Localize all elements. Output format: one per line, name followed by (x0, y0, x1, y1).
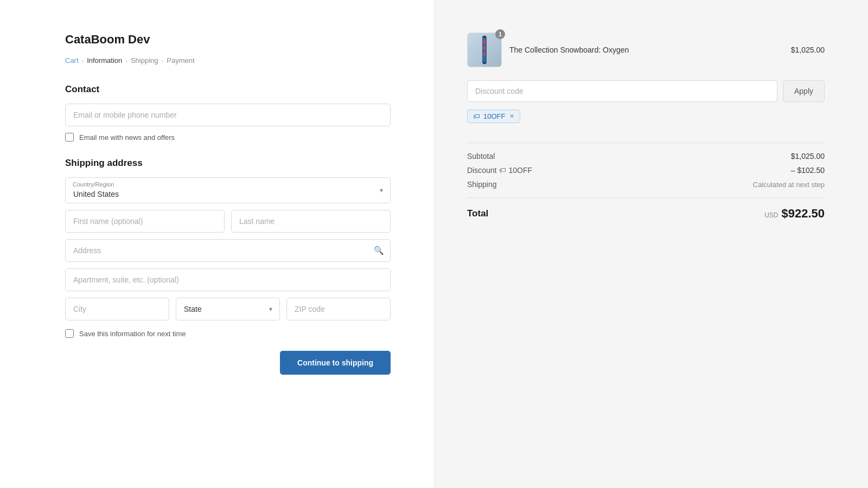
total-label: Total (467, 208, 488, 219)
address-input[interactable] (65, 239, 391, 262)
discount-summary-label: Discount 🏷 10OFF (467, 166, 532, 175)
product-price: $1,025.00 (791, 46, 825, 54)
breadcrumb-cart[interactable]: Cart (65, 56, 79, 65)
svg-rect-2 (483, 40, 486, 43)
svg-rect-4 (483, 52, 486, 56)
city-group (65, 298, 169, 320)
country-select[interactable]: United States (65, 177, 391, 203)
product-name: The Collection Snowboard: Oxygen (509, 46, 629, 54)
breadcrumb-sep-2: › (125, 57, 127, 64)
state-group: State ▾ (176, 298, 280, 320)
total-currency: USD (764, 211, 778, 219)
product-thumbnail-svg (474, 35, 495, 65)
breadcrumb-payment: Payment (167, 56, 194, 65)
discount-summary-row: Discount 🏷 10OFF – $102.50 (467, 166, 825, 175)
subtotal-label: Subtotal (467, 152, 495, 160)
svg-rect-3 (483, 46, 486, 50)
zip-input[interactable] (286, 298, 391, 320)
state-select[interactable]: State (176, 298, 280, 320)
total-value-group: USD $922.50 (764, 207, 825, 221)
shipping-summary-row: Shipping Calculated at next step (467, 180, 825, 189)
save-info-label[interactable]: Save this information for next time (79, 330, 186, 338)
discount-row: Apply (467, 80, 825, 102)
apartment-input[interactable] (65, 268, 391, 291)
name-row (65, 210, 391, 233)
last-name-input[interactable] (231, 210, 391, 233)
email-news-checkbox[interactable] (65, 133, 74, 142)
email-news-label[interactable]: Email me with news and offers (79, 133, 175, 142)
discount-code-input[interactable] (467, 80, 777, 102)
tag-icon: 🏷 (473, 112, 480, 120)
left-panel: CataBoom Dev Cart › Information › Shippi… (0, 0, 434, 488)
breadcrumb-information: Information (87, 56, 122, 65)
discount-value: – $102.50 (791, 166, 825, 175)
city-state-zip-row: State ▾ (65, 298, 391, 320)
city-input[interactable] (65, 298, 169, 320)
right-panel: 1 The Collection Snowboard: Oxygen $1,02… (434, 0, 868, 488)
discount-tag-icon-sm: 🏷 (499, 166, 506, 174)
apartment-group (65, 268, 391, 291)
discount-text: Discount (467, 166, 496, 175)
apply-button[interactable]: Apply (783, 80, 825, 102)
product-row: 1 The Collection Snowboard: Oxygen $1,02… (467, 33, 825, 67)
contact-section-title: Contact (65, 84, 391, 95)
shipping-section-title: Shipping address (65, 158, 391, 169)
shipping-label: Shipping (467, 180, 497, 189)
breadcrumb: Cart › Information › Shipping › Payment (65, 56, 391, 65)
total-amount: $922.50 (781, 207, 825, 221)
shipping-value: Calculated at next step (753, 181, 825, 189)
summary-divider-2 (467, 197, 825, 198)
discount-remove-button[interactable]: ✕ (509, 113, 514, 120)
breadcrumb-sep-1: › (82, 57, 84, 64)
breadcrumb-shipping: Shipping (131, 56, 158, 65)
first-name-input[interactable] (65, 210, 225, 233)
product-badge: 1 (495, 29, 505, 39)
discount-tag-code: 10OFF (483, 112, 505, 120)
continue-button[interactable]: Continue to shipping (280, 351, 391, 375)
country-select-wrapper: Country/Region United States ▾ (65, 177, 391, 203)
subtotal-value: $1,025.00 (791, 152, 825, 160)
email-input[interactable] (65, 104, 391, 126)
discount-code-display: 10OFF (508, 166, 532, 175)
email-news-row: Email me with news and offers (65, 133, 391, 142)
discount-tag: 🏷 10OFF ✕ (467, 110, 520, 123)
subtotal-row: Subtotal $1,025.00 (467, 152, 825, 160)
product-info: The Collection Snowboard: Oxygen (509, 46, 783, 54)
summary-divider-1 (467, 143, 825, 143)
zip-group (286, 298, 391, 320)
address-group: 🔍 (65, 239, 391, 262)
product-image-wrapper: 1 (467, 33, 502, 67)
country-group: Country/Region United States ▾ (65, 177, 391, 203)
brand-title: CataBoom Dev (65, 33, 391, 47)
email-group (65, 104, 391, 126)
total-row: Total USD $922.50 (467, 207, 825, 221)
breadcrumb-sep-3: › (162, 57, 164, 64)
discount-tag-row: 🏷 10OFF ✕ (467, 110, 825, 134)
search-icon: 🔍 (374, 246, 384, 255)
save-info-row: Save this information for next time (65, 329, 391, 338)
save-info-checkbox[interactable] (65, 329, 74, 338)
